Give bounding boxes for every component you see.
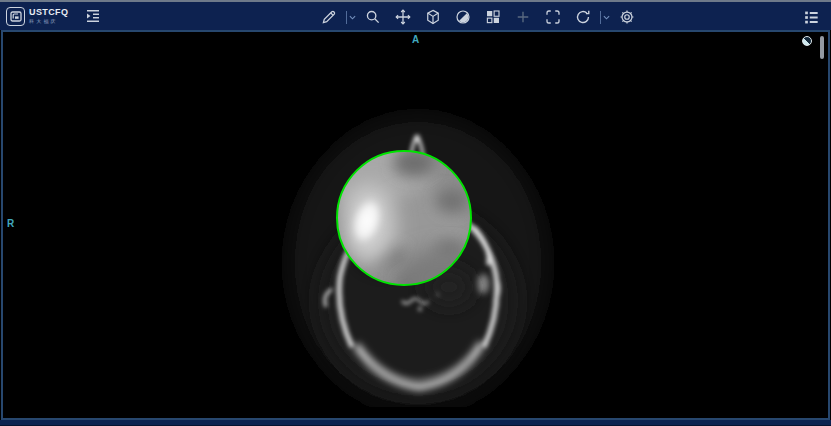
toolbar: USTCFQ 科大福庆	[0, 0, 831, 30]
layout-button[interactable]	[482, 6, 504, 28]
list-icon	[802, 8, 821, 27]
separator	[346, 11, 347, 24]
magnifier-icon	[364, 8, 382, 26]
logo-text: USTCFQ	[29, 8, 68, 17]
reset-dropdown[interactable]	[600, 11, 610, 24]
chevron-down-icon	[349, 15, 356, 20]
fit-screen-icon	[544, 8, 562, 26]
tool-group	[318, 2, 638, 32]
contrast-icon	[454, 8, 472, 26]
annotate-dropdown[interactable]	[346, 11, 356, 24]
mri-axial-slice	[236, 51, 594, 407]
image-viewport[interactable]: A R	[1, 30, 830, 420]
window-level-button[interactable]	[452, 6, 474, 28]
gear-icon	[618, 8, 636, 26]
orientation-marker-right: R	[7, 218, 14, 229]
add-button[interactable]	[512, 6, 534, 28]
chevron-down-icon	[603, 15, 610, 20]
plus-icon	[514, 8, 532, 26]
logo-subtext: 科大福庆	[29, 19, 68, 24]
menu-unfold-icon	[84, 7, 102, 25]
reset-button[interactable]	[572, 6, 594, 28]
fit-to-window-button[interactable]	[542, 6, 564, 28]
pencil-icon	[320, 8, 338, 26]
half-filled-circle-icon[interactable]	[802, 36, 812, 46]
grid-layout-icon	[484, 8, 502, 26]
annotate-button[interactable]	[318, 6, 340, 28]
orientation-marker-anterior: A	[412, 34, 419, 45]
series-list-button[interactable]	[800, 6, 822, 28]
move-icon	[394, 8, 412, 26]
app-window: USTCFQ 科大福庆	[0, 0, 831, 426]
app-logo: USTCFQ 科大福庆	[6, 7, 68, 26]
series-panel-toggle-button[interactable]	[82, 5, 104, 27]
scanner-logo-icon	[6, 7, 25, 26]
slice-scrollbar-thumb[interactable]	[820, 36, 824, 59]
cube-icon	[424, 8, 442, 26]
bottom-strip	[0, 420, 831, 426]
volume-3d-button[interactable]	[422, 6, 444, 28]
pan-button[interactable]	[392, 6, 414, 28]
separator	[600, 11, 601, 24]
zoom-button[interactable]	[362, 6, 384, 28]
settings-button[interactable]	[616, 6, 638, 28]
reset-arrow-icon	[574, 8, 592, 26]
